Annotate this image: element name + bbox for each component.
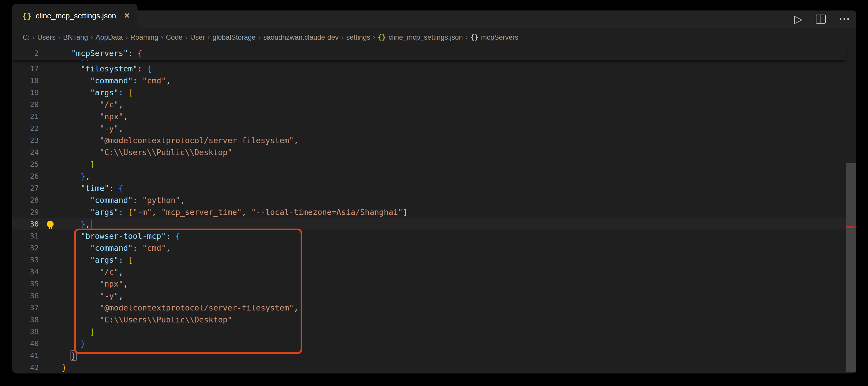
breadcrumb-item-user[interactable]: User bbox=[190, 33, 205, 41]
code-line-42[interactable]: 42} bbox=[12, 361, 846, 374]
scrollbar-thumb[interactable] bbox=[846, 163, 856, 372]
code-text: "args": [ bbox=[62, 87, 133, 98]
breadcrumb-item-settings[interactable]: settings bbox=[346, 33, 371, 41]
code-line-28[interactable]: 28 "command": "python", bbox=[12, 194, 846, 206]
line-number[interactable]: 25 bbox=[12, 160, 39, 169]
code-token: : bbox=[133, 196, 143, 205]
breadcrumb-item-users[interactable]: Users bbox=[37, 33, 56, 41]
line-number[interactable]: 37 bbox=[12, 303, 39, 312]
code-line-40[interactable]: 40 } bbox=[12, 337, 846, 350]
code-token: } bbox=[62, 219, 85, 229]
code-line-30[interactable]: 30 }, bbox=[12, 218, 846, 230]
line-number[interactable]: 40 bbox=[12, 339, 39, 348]
breadcrumb-item-globalstorage[interactable]: globalStorage bbox=[213, 33, 256, 41]
line-number[interactable]: 39 bbox=[12, 327, 39, 336]
line-number[interactable]: 26 bbox=[12, 172, 39, 180]
line-number[interactable]: 23 bbox=[12, 136, 39, 145]
code-line-22[interactable]: 22 "-y", bbox=[12, 122, 846, 135]
code-line-39[interactable]: 39 ] bbox=[12, 326, 846, 337]
code-line-19[interactable]: 19 "args": [ bbox=[12, 87, 846, 98]
close-icon[interactable]: ✕ bbox=[124, 12, 130, 20]
line-number[interactable]: 33 bbox=[12, 256, 39, 264]
line-number[interactable]: 29 bbox=[12, 208, 39, 216]
code-text: ] bbox=[62, 326, 95, 337]
breadcrumb-separator: › bbox=[58, 33, 61, 41]
breadcrumb-separator: › bbox=[32, 33, 35, 41]
code-line-33[interactable]: 33 "args": [ bbox=[12, 254, 846, 266]
breadcrumb-separator: › bbox=[465, 33, 468, 41]
breadcrumb-item-roaming[interactable]: Roaming bbox=[130, 33, 158, 41]
breadcrumb-item-bntang[interactable]: BNTang bbox=[63, 33, 88, 41]
code-line-25[interactable]: 25 ] bbox=[12, 158, 846, 170]
code-line-41[interactable]: 41 } bbox=[12, 350, 846, 361]
breadcrumb-separator: › bbox=[373, 33, 375, 41]
code-token: , bbox=[166, 76, 171, 85]
text-cursor bbox=[91, 220, 92, 230]
line-number[interactable]: 32 bbox=[12, 244, 39, 252]
line-number[interactable]: 27 bbox=[12, 184, 39, 192]
breadcrumb-item-appdata[interactable]: AppData bbox=[96, 33, 123, 41]
line-number[interactable]: 18 bbox=[12, 77, 39, 85]
line-number[interactable]: 30 bbox=[12, 220, 39, 228]
line-number[interactable]: 38 bbox=[12, 316, 39, 324]
code-line-31[interactable]: 31 "browser-tool-mcp": { bbox=[12, 230, 846, 242]
code-token: , bbox=[119, 100, 123, 109]
code-token: "cmd" bbox=[142, 76, 166, 85]
code-text: "@modelcontextprotocol/server-filesystem… bbox=[62, 302, 299, 314]
line-number[interactable]: 42 bbox=[12, 363, 39, 372]
code-line-26[interactable]: 26 }, bbox=[12, 170, 846, 182]
split-editor-icon[interactable] bbox=[816, 14, 826, 24]
line-number[interactable]: 19 bbox=[12, 88, 39, 97]
breadcrumb-item-saoudrizwan-claude-dev[interactable]: saoudrizwan.claude-dev bbox=[263, 33, 339, 41]
breadcrumb-label: Users bbox=[37, 33, 56, 41]
code-line-34[interactable]: 34 "/c", bbox=[12, 266, 846, 278]
breadcrumb-item-mcpservers[interactable]: {}mcpServers bbox=[470, 33, 519, 41]
breadcrumb-item-c-[interactable]: C: bbox=[23, 33, 30, 41]
line-number[interactable]: 28 bbox=[12, 196, 39, 204]
line-number[interactable]: 41 bbox=[12, 351, 39, 360]
code-token: , bbox=[242, 208, 251, 217]
breadcrumb-item-cline-mcp-settings-json[interactable]: {}cline_mcp_settings.json bbox=[378, 33, 463, 41]
code-line-29[interactable]: 29 "args": ["-m", "mcp_server_time", "--… bbox=[12, 206, 846, 218]
sticky-scroll-line[interactable]: 2 "mcpServers": { bbox=[12, 47, 846, 60]
code-token: , bbox=[119, 267, 123, 276]
code-line-23[interactable]: 23 "@modelcontextprotocol/server-filesys… bbox=[12, 135, 846, 146]
code-token bbox=[62, 351, 71, 360]
tab-cline-mcp-settings[interactable]: {} cline_mcp_settings.json ✕ bbox=[12, 4, 137, 28]
code-line-24[interactable]: 24 "C:\\Users\\Public\\Desktop" bbox=[12, 146, 846, 158]
line-number[interactable]: 2 bbox=[12, 49, 39, 57]
code-line-36[interactable]: 36 "-y", bbox=[12, 290, 846, 302]
code-line-27[interactable]: 27 "time": { bbox=[12, 182, 846, 194]
code-line-21[interactable]: 21 "npx", bbox=[12, 111, 846, 122]
code-token: "command" bbox=[62, 243, 133, 253]
scrollbar[interactable] bbox=[846, 28, 856, 374]
code-line-18[interactable]: 18 "command": "cmd", bbox=[12, 75, 846, 87]
line-number[interactable]: 22 bbox=[12, 124, 39, 132]
code-token: : bbox=[137, 64, 147, 73]
code-token: "cmd" bbox=[142, 243, 166, 253]
line-number[interactable]: 20 bbox=[12, 100, 39, 109]
more-actions-icon[interactable]: ··· bbox=[839, 14, 850, 24]
code-token: "args" bbox=[62, 208, 119, 217]
line-number[interactable]: 17 bbox=[12, 64, 39, 73]
code-line-38[interactable]: 38 "C:\\Users\\Public\\Desktop" bbox=[12, 314, 846, 326]
code-line-2[interactable]: 2 "mcpServers": { bbox=[12, 47, 142, 59]
line-number[interactable]: 31 bbox=[12, 232, 39, 240]
code-line-20[interactable]: 20 "/c", bbox=[12, 98, 846, 111]
line-number[interactable]: 21 bbox=[12, 112, 39, 121]
lightbulb-icon[interactable] bbox=[47, 221, 54, 228]
run-icon[interactable]: ▷ bbox=[794, 14, 803, 25]
code-line-37[interactable]: 37 "@modelcontextprotocol/server-filesys… bbox=[12, 302, 846, 314]
code-token: , bbox=[166, 243, 171, 253]
breadcrumb-separator: › bbox=[208, 33, 210, 41]
code-line-32[interactable]: 32 "command": "cmd", bbox=[12, 242, 846, 254]
breadcrumb-label: Roaming bbox=[130, 33, 158, 41]
line-number[interactable]: 24 bbox=[12, 148, 39, 156]
line-number[interactable]: 34 bbox=[12, 268, 39, 276]
code-line-35[interactable]: 35 "npx", bbox=[12, 278, 846, 290]
line-number[interactable]: 36 bbox=[12, 292, 39, 300]
line-number[interactable]: 35 bbox=[12, 279, 39, 288]
breadcrumb-item-code[interactable]: Code bbox=[166, 33, 183, 41]
code-line-17[interactable]: 17 "filesystem": { bbox=[12, 63, 846, 75]
breadcrumb-label: AppData bbox=[96, 33, 123, 41]
